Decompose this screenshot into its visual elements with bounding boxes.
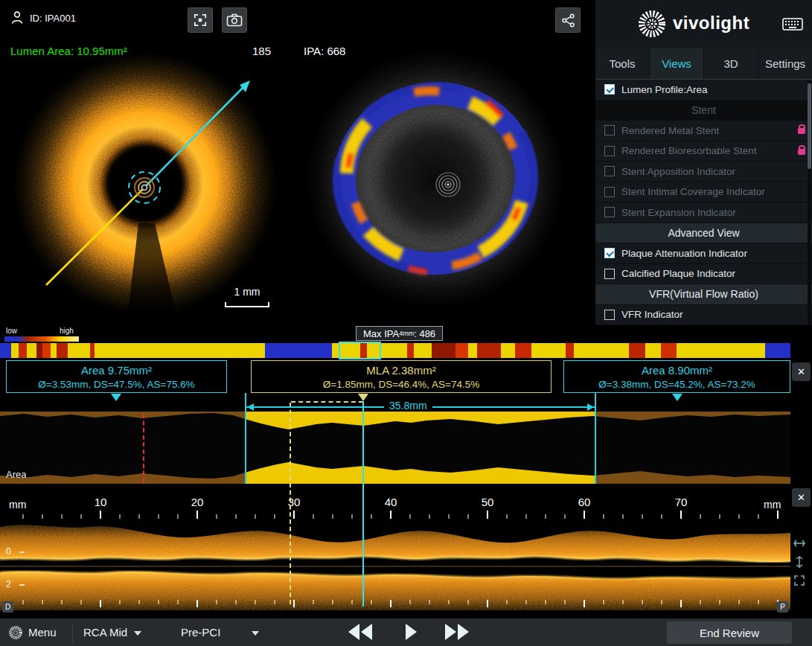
frame-number: 185 (252, 45, 271, 57)
proximal-area-title: Area 9.75mm² (81, 363, 152, 378)
views-item-rendered-metal-stent: Rendered Metal Stent (595, 121, 812, 141)
views-item-rendered-bioresorbable-stent: Rendered Bioresorbable Stent (595, 141, 812, 162)
distal-marker-triangle (672, 394, 682, 401)
share-button[interactable] (555, 7, 581, 33)
fast-forward-button[interactable] (445, 624, 469, 640)
fast-forward-icon (445, 624, 456, 640)
ipa-window-highlight[interactable] (339, 342, 381, 359)
patient-icon (10, 10, 24, 25)
rewind-button[interactable] (348, 624, 372, 640)
menu-button[interactable]: Menu (28, 626, 57, 639)
max-ipa-subscript: 4mm (399, 330, 414, 337)
oct-cross-section-panel[interactable]: ID: IPA001 Lumen Area: 10.95mm² 185 1 mm (0, 0, 290, 325)
side-panel-scrollbar[interactable] (808, 80, 811, 324)
views-item-calcified-plaque-indicator[interactable]: Calcified Plaque Indicator (595, 264, 812, 285)
close-lmode-button[interactable]: ✕ (792, 488, 811, 507)
distal-reference-box[interactable]: Area 8.90mm² Ø=3.38mm, DS=45.2%, AS=73.2… (563, 360, 790, 393)
legend-high-label: high (60, 327, 74, 335)
svg-text:30: 30 (288, 496, 301, 508)
checkbox-stent-expansion-indicator (604, 207, 615, 217)
side-panel: vivolight ToolsViews3DSettings Lumen Pro… (595, 0, 812, 325)
views-item-stent-intimal-coverage-indicator: Stent Intimal Coverage Indicator (595, 182, 812, 203)
views-item-label: Lumen Profile:Area (621, 84, 708, 95)
fast-forward-icon (458, 624, 469, 640)
rewind-icon (361, 624, 372, 640)
views-item-plaque-attenuation-indicator[interactable]: Plaque Attenuation Indicator (595, 243, 812, 264)
views-item-lumen-profile-area[interactable]: Lumen Profile:Area (595, 80, 812, 100)
lmode-longitudinal-view[interactable]: 10203040506070 mm mm 0 2 D P (0, 484, 812, 618)
distance-arrowhead-left (247, 403, 254, 411)
legend-low-label: low (6, 327, 17, 335)
tab-tools[interactable]: Tools (595, 48, 650, 79)
patient-id-row: ID: IPA001 (10, 10, 76, 25)
ruler-unit-right: mm (764, 499, 781, 511)
close-icon: ✕ (797, 366, 805, 377)
chevron-down-icon[interactable] (134, 631, 141, 636)
expand-icon[interactable] (793, 575, 805, 586)
views-item-label: Rendered Metal Stent (621, 125, 719, 136)
vessel-select[interactable]: RCA Mid (83, 626, 127, 639)
proximal-reference-box[interactable]: Area 9.75mm² Ø=3.53mm, DS=47.5%, AS=75.6… (6, 360, 227, 393)
views-item-vfr-indicator[interactable]: VFR Indicator (595, 305, 812, 326)
oct-ipa-panel[interactable]: IPA: 668 (290, 0, 595, 325)
checkbox-lumen-profile-area[interactable] (604, 84, 615, 95)
distal-area-detail: Ø=3.38mm, DS=45.2%, AS=73.2% (598, 378, 755, 391)
scale-label: 1 mm (225, 286, 269, 298)
svg-text:60: 60 (578, 496, 591, 508)
vivolight-logo-icon (636, 7, 668, 40)
lumen-area-profile-chart[interactable]: Area (0, 412, 812, 484)
checkbox-stent-intimal-coverage-indicator (604, 187, 615, 197)
checkbox-stent-apposition-indicator (604, 166, 615, 176)
ipa-legend-colorbar (4, 336, 79, 342)
play-button[interactable] (406, 624, 417, 640)
section-vfr-virtual-flow-ratio: VFR(Virtual Flow Ratio) (595, 284, 812, 305)
chevron-down-icon[interactable] (252, 631, 259, 636)
snapshot-button[interactable] (222, 7, 247, 33)
pan-vertical-icon[interactable] (793, 556, 805, 568)
scrollbar-thumb[interactable] (808, 83, 811, 169)
depth-axis-2: 2 (6, 579, 11, 589)
tab-views[interactable]: Views (650, 48, 704, 79)
pan-horizontal-icon[interactable] (793, 537, 805, 549)
phase-select[interactable]: Pre-PCI (181, 626, 220, 639)
checkbox-rendered-metal-stent (604, 125, 615, 135)
area-profile-silhouette (0, 412, 790, 484)
keyboard-icon[interactable] (782, 18, 803, 31)
checkbox-plaque-attenuation-indicator[interactable] (604, 248, 615, 258)
mla-box[interactable]: MLA 2.38mm² Ø=1.85mm, DS=46.4%, AS=74.5% (251, 360, 552, 393)
ruler-unit-left: mm (9, 499, 26, 511)
views-item-label: Stent Expansion Indicator (621, 207, 736, 218)
svg-text:70: 70 (675, 496, 688, 508)
distal-badge: D (2, 601, 13, 613)
views-item-label: Stent Apposition Indicator (621, 166, 735, 177)
distance-end-right (595, 402, 596, 412)
mla-connector-line (291, 401, 363, 403)
toolbar-divider (72, 623, 73, 642)
ipa-pullback-colorbar[interactable] (0, 343, 790, 358)
fullscreen-button[interactable] (188, 7, 213, 33)
max-ipa-label: Max IPA (363, 328, 399, 339)
tab-3d[interactable]: 3D (704, 48, 758, 79)
menu-icon[interactable] (7, 624, 24, 641)
lumen-area-readout: Lumen Area: 10.95mm² (10, 45, 127, 57)
checkbox-calcified-plaque-indicator[interactable] (604, 269, 615, 279)
ipa-strip-row: low high Max IPA4mm: 486 (0, 325, 812, 359)
distance-arrowhead-right (587, 403, 594, 411)
svg-text:50: 50 (482, 496, 494, 508)
brand-name: vivolight (673, 13, 749, 33)
checkbox-rendered-bioresorbable-stent (604, 146, 615, 156)
lock-icon (798, 128, 805, 134)
share-icon (561, 13, 575, 28)
svg-text:20: 20 (191, 496, 204, 508)
play-icon (406, 624, 417, 640)
views-list: Lumen Profile:AreaStentRendered Metal St… (595, 80, 812, 325)
section-stent: Stent (595, 100, 812, 121)
views-item-label: Calcified Plaque Indicator (621, 268, 735, 279)
rewind-icon (348, 624, 359, 640)
end-review-button[interactable]: End Review (667, 621, 792, 644)
checkbox-vfr-indicator[interactable] (604, 310, 615, 320)
lock-icon (798, 149, 805, 155)
mla-marker-triangle (358, 394, 368, 401)
close-measurements-button[interactable]: ✕ (792, 362, 811, 381)
tab-settings[interactable]: Settings (758, 48, 812, 79)
